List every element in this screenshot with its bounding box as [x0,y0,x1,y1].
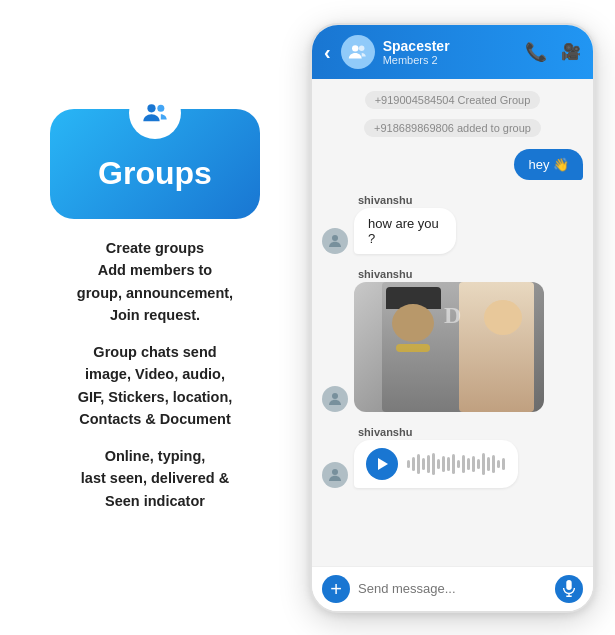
audio-bubble [354,440,518,488]
audio-bar [472,456,475,472]
svg-point-2 [352,45,358,51]
sent-bubble-hey: hey 👋 [514,149,583,180]
audio-bar [447,457,450,471]
audio-bar [477,459,480,469]
avatar-icon-2 [326,390,344,408]
received-bubble-howareyou: how are you ? [354,208,456,254]
chat-header: ‹ Spacester Members 2 📞 🎥 [312,25,593,79]
left-description: Create groupsAdd members togroup, announ… [77,237,233,526]
desc3: Online, typing,last seen, delivered &See… [77,445,233,512]
audio-bar [482,453,485,475]
audio-bar [462,455,465,473]
received-text-howareyou: how are you ? [368,216,439,246]
mic-button[interactable] [555,575,583,603]
msg-row-2: D [322,282,544,412]
svg-point-3 [359,45,365,51]
chat-input-area: + [312,566,593,611]
svg-point-0 [147,104,155,112]
msg-avatar-3 [322,462,348,488]
video-icon[interactable]: 🎥 [561,42,581,61]
audio-bar [502,458,505,470]
groups-icon-bubble [129,87,181,139]
audio-bar [422,458,425,470]
sender-name-2: shivanshu [358,268,412,280]
system-msg-2: +918689869806 added to group [364,119,541,137]
mic-icon [562,580,576,598]
svg-point-1 [157,105,164,112]
audio-bar [432,453,435,475]
msg-row-3 [322,440,518,488]
audio-bar [497,460,500,468]
audio-play-button[interactable] [366,448,398,480]
audio-waveform [406,450,506,478]
audio-bar [437,459,440,469]
call-icon[interactable]: 📞 [525,41,547,63]
msg-avatar-1 [322,228,348,254]
svg-point-5 [332,393,338,399]
audio-bar [417,454,420,474]
sender-name-1: shivanshu [358,194,412,206]
sent-message-hey: hey 👋 [322,149,583,180]
phone-mockup: ‹ Spacester Members 2 📞 🎥 +91900 [310,23,595,613]
msg-row-1: how are you ? [322,208,464,254]
image-message: D [354,282,544,412]
svg-point-6 [332,469,338,475]
header-icons: 📞 🎥 [525,41,581,63]
audio-bar [412,457,415,471]
received-message-audio: shivanshu [322,426,583,488]
svg-point-4 [332,235,338,241]
avatar-icon-3 [326,466,344,484]
avatar-icon [347,41,369,63]
groups-card: Groups [50,109,260,219]
audio-bar [452,454,455,474]
system-msg-1: +919004584504 Created Group [365,91,541,109]
msg-avatar-2 [322,386,348,412]
add-attachment-button[interactable]: + [322,575,350,603]
received-message-image: shivanshu [322,268,583,412]
sender-name-3: shivanshu [358,426,412,438]
chat-members: Members 2 [383,54,517,66]
desc1: Create groupsAdd members togroup, announ… [77,237,233,327]
message-input[interactable] [358,581,547,596]
header-info: Spacester Members 2 [383,38,517,66]
main-container: Groups Create groupsAdd members togroup,… [0,0,615,635]
audio-bar [427,455,430,473]
audio-bar [467,458,470,470]
back-button[interactable]: ‹ [324,42,331,62]
groups-icon [141,99,169,127]
groups-title: Groups [98,155,212,192]
avatar-icon-1 [326,232,344,250]
svg-rect-7 [566,580,571,590]
desc2: Group chats sendimage, Video, audio,GIF,… [77,341,233,431]
chat-body: +919004584504 Created Group +91868986980… [312,79,593,566]
header-avatar [341,35,375,69]
received-message-howareyou: shivanshu how are you ? [322,194,583,254]
audio-bar [492,455,495,473]
audio-bar [487,457,490,471]
audio-bar [407,460,410,468]
audio-bar [442,456,445,472]
chat-name: Spacester [383,38,517,54]
left-panel: Groups Create groupsAdd members togroup,… [10,109,300,526]
audio-bar [457,460,460,468]
sent-text-hey: hey 👋 [528,157,569,172]
